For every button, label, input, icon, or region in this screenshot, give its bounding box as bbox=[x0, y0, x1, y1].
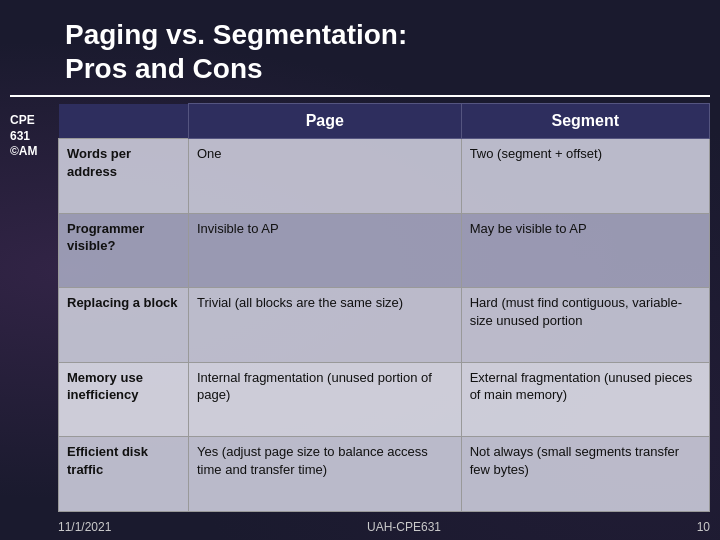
sidebar-text: CPE631©AM bbox=[10, 113, 38, 160]
cell-page: Invisible to AP bbox=[189, 213, 462, 288]
cell-segment: Hard (must find contiguous, variable-siz… bbox=[461, 288, 709, 363]
title-line1: Paging vs. Segmentation: bbox=[65, 19, 407, 50]
footer: 11/1/2021 UAH-CPE631 10 bbox=[58, 516, 710, 534]
cell-page: Yes (adjust page size to balance access … bbox=[189, 437, 462, 512]
cell-segment: Not always (small segments transfer few … bbox=[461, 437, 709, 512]
slide-title: Paging vs. Segmentation: Pros and Cons bbox=[65, 18, 710, 85]
title-line2: Pros and Cons bbox=[65, 53, 263, 84]
cell-feature: Efficient disk traffic bbox=[59, 437, 189, 512]
table-header-row: Page Segment bbox=[59, 104, 710, 139]
cell-segment: External fragmentation (unused pieces of… bbox=[461, 362, 709, 437]
header-segment: Segment bbox=[461, 104, 709, 139]
table-wrapper: Page Segment Words per addressOneTwo (se… bbox=[58, 103, 710, 534]
cell-feature: Memory use inefficiency bbox=[59, 362, 189, 437]
slide-container: Paging vs. Segmentation: Pros and Cons C… bbox=[0, 0, 720, 540]
table-row: Programmer visible?Invisible to APMay be… bbox=[59, 213, 710, 288]
sidebar-label: CPE631©AM bbox=[10, 103, 58, 534]
cell-feature: Replacing a block bbox=[59, 288, 189, 363]
cell-segment: Two (segment + offset) bbox=[461, 139, 709, 214]
cell-page: Trivial (all blocks are the same size) bbox=[189, 288, 462, 363]
cell-feature: Programmer visible? bbox=[59, 213, 189, 288]
header-empty bbox=[59, 104, 189, 139]
footer-date: 11/1/2021 bbox=[58, 520, 111, 534]
cell-feature: Words per address bbox=[59, 139, 189, 214]
title-area: Paging vs. Segmentation: Pros and Cons bbox=[10, 10, 710, 91]
header-page: Page bbox=[189, 104, 462, 139]
table-row: Efficient disk trafficYes (adjust page s… bbox=[59, 437, 710, 512]
cell-page: Internal fragmentation (unused portion o… bbox=[189, 362, 462, 437]
table-row: Replacing a blockTrivial (all blocks are… bbox=[59, 288, 710, 363]
cell-page: One bbox=[189, 139, 462, 214]
cell-segment: May be visible to AP bbox=[461, 213, 709, 288]
footer-course: UAH-CPE631 bbox=[367, 520, 441, 534]
comparison-table: Page Segment Words per addressOneTwo (se… bbox=[58, 103, 710, 512]
title-divider bbox=[10, 95, 710, 97]
table-row: Words per addressOneTwo (segment + offse… bbox=[59, 139, 710, 214]
footer-page: 10 bbox=[697, 520, 710, 534]
table-row: Memory use inefficiencyInternal fragment… bbox=[59, 362, 710, 437]
content-area: CPE631©AM Page Segment Words per address… bbox=[10, 103, 710, 534]
